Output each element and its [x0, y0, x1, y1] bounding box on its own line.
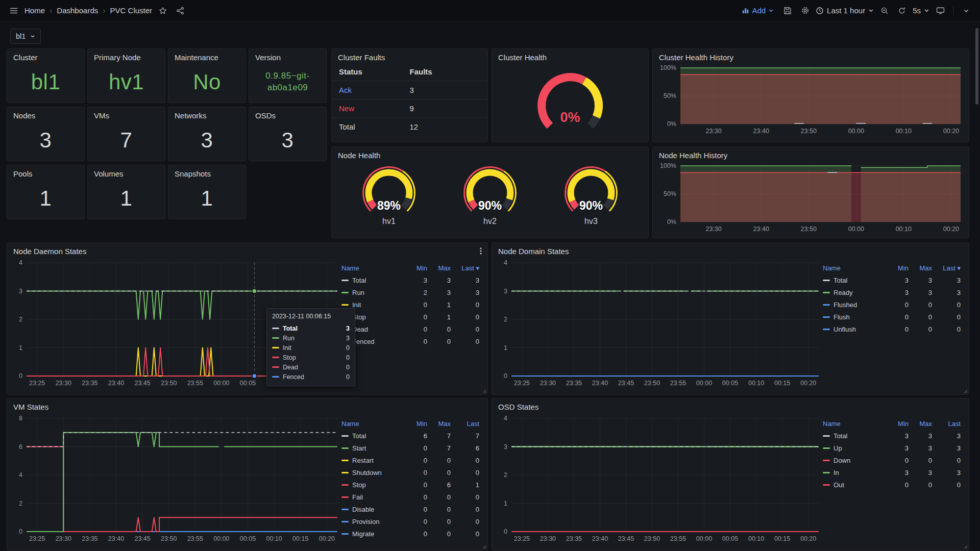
add-button[interactable]: Add: [742, 6, 774, 15]
panel-title[interactable]: Cluster Health History: [653, 49, 969, 63]
legend-row[interactable]: Fail000: [341, 491, 481, 503]
legend-column-header[interactable]: Last ▾: [934, 264, 963, 272]
menu-icon[interactable]: [7, 4, 20, 17]
star-icon[interactable]: [156, 4, 169, 17]
time-range-picker[interactable]: Last 1 hour: [816, 6, 874, 15]
legend-row[interactable]: Flush000: [823, 311, 963, 323]
panel-title[interactable]: Version: [249, 49, 326, 63]
panel-title[interactable]: OSD States: [492, 398, 969, 412]
legend-row[interactable]: Up333: [823, 442, 963, 454]
panel-title[interactable]: OSDs: [249, 107, 326, 121]
legend-row[interactable]: Provision000: [341, 515, 481, 528]
collapse-navbar-chevron-icon[interactable]: [960, 4, 973, 17]
panel-title[interactable]: Node Health History: [653, 147, 969, 161]
svg-text:23:30: 23:30: [540, 380, 556, 387]
series-swatch: [341, 496, 349, 498]
legend-row[interactable]: Stop010: [341, 311, 481, 323]
refresh-icon[interactable]: [895, 4, 909, 17]
legend-row[interactable]: Dead000: [341, 323, 481, 335]
legend-row[interactable]: Total677: [341, 430, 481, 442]
legend-row[interactable]: Restart000: [341, 454, 481, 466]
legend-row[interactable]: Start076: [341, 442, 481, 454]
legend-column-header[interactable]: Last: [934, 420, 963, 428]
legend-column-header[interactable]: Last: [453, 420, 481, 428]
series-swatch: [341, 472, 349, 473]
legend-row[interactable]: Migrate000: [341, 528, 481, 540]
refresh-interval-dropdown[interactable]: 5s: [913, 6, 929, 15]
panel-title[interactable]: Cluster Faults: [332, 49, 487, 63]
legend-column-header[interactable]: Min: [887, 264, 911, 272]
panel-menu-icon[interactable]: [477, 247, 484, 255]
template-variable-dropdown[interactable]: bl1: [10, 29, 41, 44]
status-label: Total: [339, 122, 410, 131]
save-dashboard-icon[interactable]: [781, 4, 794, 17]
panel-title[interactable]: Node Daemon States: [7, 243, 487, 257]
legend-row[interactable]: Unflush000: [823, 323, 963, 335]
panel-title[interactable]: Networks: [168, 107, 246, 121]
stat-panel-osds: OSDs 3: [249, 107, 327, 161]
panel-title[interactable]: Nodes: [7, 107, 84, 121]
legend-column-header[interactable]: Max: [911, 420, 934, 428]
breadcrumb-home[interactable]: Home: [24, 6, 45, 15]
svg-text:23:30: 23:30: [56, 535, 71, 542]
cluster-health-history-chart[interactable]: 0%50%100%23:3023:4023:5000:0000:1000:20: [657, 63, 965, 137]
legend-row[interactable]: Down000: [823, 454, 963, 466]
svg-text:23:30: 23:30: [540, 535, 556, 542]
legend-row[interactable]: Total333: [341, 274, 481, 286]
legend-row[interactable]: In333: [823, 466, 963, 479]
legend-row[interactable]: Disable000: [341, 503, 481, 515]
legend-column-header[interactable]: Min: [887, 420, 911, 428]
settings-gear-icon[interactable]: [798, 4, 812, 17]
osd-states-chart[interactable]: 0123423:2523:3023:3523:4023:4523:5023:55…: [495, 413, 823, 545]
svg-text:23:50: 23:50: [801, 226, 817, 233]
legend-column-header[interactable]: Name: [341, 420, 406, 428]
legend-row[interactable]: Shutdown000: [341, 466, 481, 479]
svg-text:2: 2: [19, 316, 22, 323]
table-row: Ack 3: [332, 81, 487, 99]
legend-column-header[interactable]: Last ▾: [453, 264, 481, 272]
share-icon[interactable]: [174, 4, 187, 17]
panel-title[interactable]: Node Domain States: [492, 243, 969, 257]
panel-title[interactable]: Primary Node: [88, 49, 165, 63]
legend-row[interactable]: Total333: [823, 274, 963, 286]
legend-row[interactable]: Run233: [341, 286, 481, 298]
legend-row[interactable]: Ready333: [823, 286, 963, 298]
legend-row[interactable]: Stop061: [341, 479, 481, 491]
gauge-label: hv2: [446, 217, 534, 226]
legend-column-header[interactable]: Name: [341, 264, 406, 272]
stat-panel-version: Version 0.9.85~git-ab0a1e09: [249, 48, 327, 103]
breadcrumb-current[interactable]: PVC Cluster: [110, 6, 153, 15]
chevron-down-icon: [924, 8, 929, 13]
legend-column-header[interactable]: Name: [823, 264, 887, 272]
legend-row[interactable]: Total333: [823, 430, 963, 442]
panel-title[interactable]: Snapshots: [168, 165, 246, 179]
tv-kiosk-icon[interactable]: [934, 4, 947, 17]
legend-column-header[interactable]: Max: [911, 264, 934, 272]
panel-title[interactable]: Pools: [7, 165, 84, 179]
zoom-out-icon[interactable]: [878, 4, 891, 17]
legend-row[interactable]: Flushed000: [823, 298, 963, 311]
legend-row[interactable]: Fenced000: [341, 335, 481, 347]
legend-column-header[interactable]: Max: [429, 420, 453, 428]
legend-column-header[interactable]: Min: [406, 264, 429, 272]
panel-title[interactable]: VM States: [7, 398, 487, 412]
legend-row[interactable]: Init010: [341, 298, 481, 311]
legend-column-header[interactable]: Name: [823, 420, 887, 428]
panel-title[interactable]: Cluster: [7, 49, 84, 63]
legend-column-header[interactable]: Max: [429, 264, 453, 272]
svg-text:100%: 100%: [660, 64, 676, 71]
legend-column-header[interactable]: Min: [406, 420, 429, 428]
panel-title[interactable]: VMs: [88, 107, 165, 121]
node-health-history-chart[interactable]: 0%50%100%23:3023:4023:5000:0000:1000:20: [657, 161, 965, 235]
panel-title[interactable]: Maintenance: [168, 49, 246, 63]
breadcrumb-dashboards[interactable]: Dashboards: [57, 6, 98, 15]
svg-text:00:15: 00:15: [292, 535, 308, 542]
scrollbar[interactable]: [975, 28, 978, 105]
svg-text:00:05: 00:05: [722, 535, 738, 542]
legend-row[interactable]: Out000: [823, 479, 963, 491]
panel-title[interactable]: Volumes: [88, 165, 165, 179]
node-domain-states-chart[interactable]: 0123423:2523:3023:3523:4023:4523:5023:55…: [495, 258, 823, 389]
panel-title[interactable]: Node Health: [332, 147, 648, 161]
panel-title[interactable]: Cluster Health: [492, 49, 648, 63]
vm-states-chart[interactable]: 0246823:2523:3023:3523:4023:4523:5023:55…: [10, 413, 341, 545]
